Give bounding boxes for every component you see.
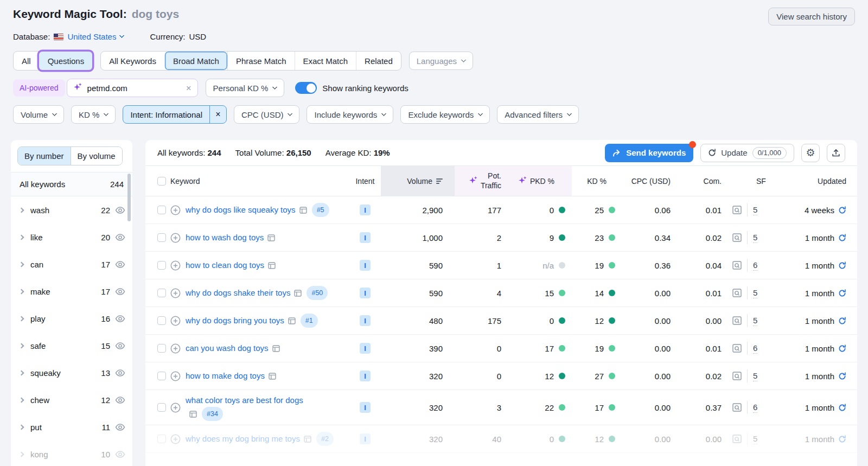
eye-icon[interactable] [115, 288, 125, 295]
scope-tab[interactable]: All [14, 52, 39, 70]
serp-preview-icon[interactable] [732, 344, 742, 353]
sf-count[interactable]: 6 [753, 260, 757, 271]
add-keyword-icon[interactable] [170, 260, 181, 271]
serp-icon[interactable] [272, 345, 280, 352]
ranking-badge[interactable]: #2 [316, 432, 334, 446]
database-selector[interactable]: United States [54, 32, 124, 41]
sf-count[interactable]: 6 [753, 403, 757, 413]
scope-tab[interactable]: Questions [39, 52, 93, 70]
match-type-tab[interactable]: Related [356, 52, 401, 70]
refresh-icon[interactable] [838, 261, 846, 270]
sf-count[interactable]: 5 [753, 233, 757, 243]
refresh-icon[interactable] [838, 372, 846, 380]
keyword-link[interactable]: what color toys are best for dogs [186, 395, 303, 405]
keyword-group-item[interactable]: squeaky 13 [11, 359, 132, 386]
add-keyword-icon[interactable] [170, 233, 181, 243]
update-button[interactable]: Update 0/1,000 [700, 144, 794, 162]
kd-column-header[interactable]: KD % [572, 166, 624, 196]
sidebar-scrollbar[interactable] [127, 174, 131, 221]
serp-preview-icon[interactable] [732, 316, 742, 325]
serp-icon[interactable] [267, 234, 275, 241]
chevron-right-icon[interactable] [19, 289, 24, 294]
keyword-group-item[interactable]: like 20 [11, 224, 132, 251]
refresh-icon[interactable] [838, 404, 846, 412]
com-column-header[interactable]: Com. [685, 166, 725, 196]
sf-count[interactable]: 5 [753, 371, 757, 381]
row-checkbox[interactable] [157, 206, 166, 214]
chevron-right-icon[interactable] [19, 397, 24, 403]
row-checkbox[interactable] [157, 233, 166, 242]
keyword-group-item[interactable]: chew 12 [11, 386, 132, 413]
select-all-checkbox[interactable] [157, 177, 166, 186]
add-keyword-icon[interactable] [170, 434, 181, 444]
filter-dropdown[interactable]: Volume [13, 105, 64, 124]
domain-input[interactable]: petmd.com × [67, 79, 198, 97]
filter-dropdown[interactable]: Advanced filters [497, 105, 579, 124]
keyword-group-item[interactable]: make 17 [11, 278, 132, 305]
pot-traffic-column-header[interactable]: Pot.Traffic [455, 166, 509, 196]
keyword-link[interactable]: why do dogs shake their toys [186, 288, 290, 297]
add-keyword-icon[interactable] [170, 403, 181, 413]
sf-count[interactable]: 5 [753, 316, 757, 326]
intent-column-header[interactable]: Intent [349, 166, 381, 196]
volume-column-header[interactable]: Volume [381, 166, 455, 196]
keyword-group-item[interactable]: put 11 [11, 413, 132, 441]
add-keyword-icon[interactable] [170, 371, 181, 381]
keyword-group-item[interactable]: can 17 [11, 251, 132, 278]
export-button[interactable] [827, 144, 845, 162]
updated-column-header[interactable]: Updated [774, 166, 857, 196]
sf-count[interactable]: 6 [753, 343, 757, 354]
settings-button[interactable]: ⚙ [801, 144, 820, 162]
intent-badge[interactable]: I [360, 433, 371, 444]
row-checkbox[interactable] [157, 344, 166, 353]
refresh-icon[interactable] [838, 317, 846, 325]
chevron-right-icon[interactable] [19, 261, 24, 267]
refresh-icon[interactable] [838, 234, 846, 242]
chevron-right-icon[interactable] [19, 424, 24, 430]
keyword-link[interactable]: why do dogs bring you toys [186, 316, 284, 325]
serp-preview-icon[interactable] [732, 206, 742, 214]
chevron-right-icon[interactable] [19, 207, 24, 213]
intent-badge[interactable]: I [360, 205, 371, 215]
intent-badge[interactable]: I [360, 260, 371, 271]
match-type-tab[interactable]: Phrase Match [227, 52, 295, 70]
add-keyword-icon[interactable] [170, 288, 181, 298]
keyword-column-header[interactable]: Keyword [170, 166, 349, 196]
add-keyword-icon[interactable] [170, 316, 181, 326]
serp-icon[interactable] [304, 436, 311, 443]
view-search-history-button[interactable]: View search history [768, 8, 855, 25]
ranking-badge[interactable]: #1 [301, 314, 318, 328]
intent-badge[interactable]: I [360, 402, 371, 413]
eye-icon[interactable] [115, 397, 125, 404]
match-type-tab[interactable]: All Keywords [101, 52, 164, 70]
serp-preview-icon[interactable] [732, 403, 742, 412]
ranking-badge[interactable]: #34 [202, 407, 223, 421]
sf-count[interactable]: 5 [753, 434, 757, 444]
chevron-right-icon[interactable] [19, 316, 24, 321]
serp-icon[interactable] [299, 207, 307, 214]
intent-badge[interactable]: I [360, 315, 371, 326]
by-volume-button[interactable]: By volume [71, 147, 122, 165]
keyword-link[interactable]: how to make dog toys [186, 371, 265, 380]
sf-count[interactable]: 5 [753, 205, 757, 215]
match-type-tab[interactable]: Exact Match [295, 52, 356, 70]
add-keyword-icon[interactable] [170, 205, 181, 215]
serp-preview-icon[interactable] [732, 435, 742, 443]
row-checkbox[interactable] [157, 403, 166, 412]
eye-icon[interactable] [115, 261, 125, 268]
refresh-icon[interactable] [838, 435, 846, 443]
personal-kd-dropdown[interactable]: Personal KD % [206, 79, 285, 97]
row-checkbox[interactable] [157, 316, 166, 325]
languages-dropdown[interactable]: Languages [409, 52, 473, 70]
row-checkbox[interactable] [157, 372, 166, 380]
serp-icon[interactable] [288, 317, 296, 324]
row-checkbox[interactable] [157, 435, 166, 443]
eye-icon[interactable] [115, 369, 125, 376]
chevron-right-icon[interactable] [19, 370, 24, 375]
show-ranking-toggle[interactable] [295, 82, 317, 94]
keyword-group-item[interactable]: safe 15 [11, 332, 132, 359]
keyword-link[interactable]: how to wash dog toys [186, 233, 264, 242]
keyword-link[interactable]: why do dogs like squeaky toys [186, 205, 296, 214]
keyword-link[interactable]: how to clean dog toys [186, 260, 264, 270]
eye-icon[interactable] [115, 342, 125, 349]
